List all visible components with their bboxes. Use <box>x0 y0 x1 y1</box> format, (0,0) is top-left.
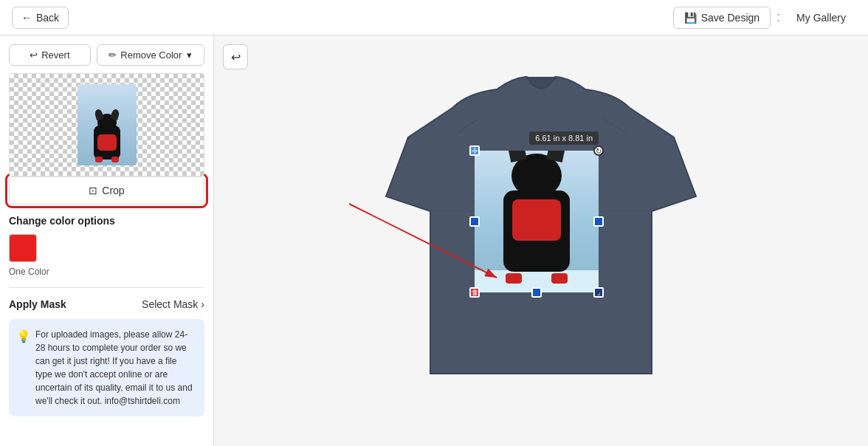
remove-color-dropdown-icon: ▾ <box>187 49 192 61</box>
handle-mid-left[interactable] <box>469 216 480 227</box>
crop-icon: ⊡ <box>89 185 97 196</box>
select-mask-button[interactable]: Select Mask › <box>142 298 204 310</box>
dimension-label: 6.61 in x 8.81 in <box>535 134 593 143</box>
header-right: 💾 Save Design : My Gallery <box>673 7 856 29</box>
remove-color-label: Remove Color <box>120 49 182 61</box>
save-design-button[interactable]: 💾 Save Design <box>673 7 771 29</box>
revert-button[interactable]: ↩ Revert <box>9 44 91 66</box>
back-arrow-icon: ← <box>21 12 32 24</box>
handle-rotate[interactable]: ↻ <box>593 145 604 156</box>
revert-label: Revert <box>41 49 69 61</box>
back-button[interactable]: ← Back <box>12 7 69 29</box>
info-box: 💡 For uploaded images, please allow 24-2… <box>9 319 204 416</box>
my-gallery-button[interactable]: My Gallery <box>786 7 856 28</box>
main-layout: ↩ Revert ✏ Remove Color ▾ <box>0 35 868 446</box>
handle-mid-bottom[interactable] <box>531 287 542 298</box>
undo-button[interactable]: ↩ <box>223 44 248 69</box>
design-overlay[interactable]: 6.61 in x 8.81 in ✛ ↻ <box>475 151 599 292</box>
handle-delete[interactable]: 🗑 <box>469 287 480 298</box>
handle-top-left[interactable]: ✛ <box>469 145 480 156</box>
handle-resize[interactable]: ⌟ <box>593 287 604 298</box>
save-icon: 💾 <box>684 12 697 24</box>
color-options-title: Change color options <box>9 215 204 227</box>
apply-mask-row: Apply Mask Select Mask › <box>9 298 204 310</box>
tshirt-container: 6.61 in x 8.81 in ✛ ↻ <box>349 49 733 433</box>
remove-color-icon: ✏ <box>108 49 117 61</box>
sidebar: ↩ Revert ✏ Remove Color ▾ <box>0 35 214 446</box>
divider <box>9 287 204 288</box>
header: ← Back 💾 Save Design : My Gallery <box>0 0 868 35</box>
apply-mask-title: Apply Mask <box>9 298 66 310</box>
back-label: Back <box>36 12 59 24</box>
crop-button[interactable]: ⊡ Crop <box>9 176 204 205</box>
one-color-label: One Color <box>9 267 204 277</box>
separator: : <box>776 10 780 25</box>
toolbar-row: ↩ Revert ✏ Remove Color ▾ <box>9 44 204 66</box>
chevron-right-icon: › <box>201 298 204 310</box>
select-mask-label: Select Mask <box>142 298 198 310</box>
canvas-area: ↩ 6.61 in x 8.81 in <box>214 35 868 446</box>
dog-photo <box>475 151 599 292</box>
bulb-icon: 💡 <box>16 328 31 346</box>
color-swatch[interactable] <box>9 234 37 262</box>
save-design-label: Save Design <box>701 12 760 24</box>
my-gallery-label: My Gallery <box>796 12 846 24</box>
remove-color-button[interactable]: ✏ Remove Color ▾ <box>97 44 204 66</box>
dimension-tooltip: 6.61 in x 8.81 in <box>529 131 599 145</box>
color-options-section: Change color options One Color <box>9 215 204 277</box>
info-text: For uploaded images, please allow 24-28 … <box>35 329 193 406</box>
image-preview <box>9 73 204 176</box>
crop-label: Crop <box>102 185 124 196</box>
revert-icon: ↩ <box>30 49 38 61</box>
undo-icon: ↩ <box>231 50 241 64</box>
handle-mid-right[interactable] <box>593 216 604 227</box>
